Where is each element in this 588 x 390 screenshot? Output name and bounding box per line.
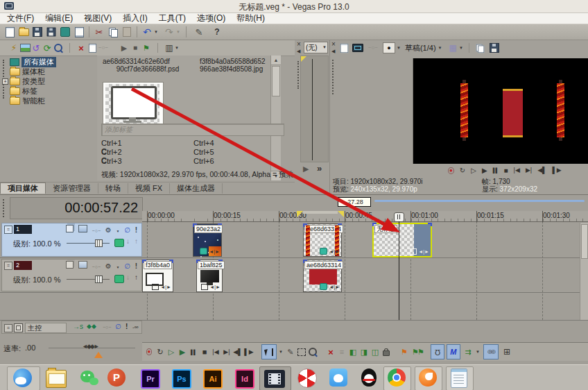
tree-item-tags[interactable]: 标签 [10, 87, 96, 96]
event-fx-icon[interactable]: ◄|► [329, 249, 340, 254]
netease-icon[interactable] [297, 368, 317, 388]
external-control-button[interactable]: ⊞ [501, 346, 512, 357]
flock-browser-icon[interactable] [419, 368, 437, 387]
wechat-icon[interactable] [80, 371, 94, 382]
timeline-ruler[interactable]: 00:00:00 00:00:15 00:00:30 00:00:45 00:0… [142, 211, 588, 222]
redo-dropdown[interactable]: ▼ [176, 30, 180, 34]
timecode-display[interactable]: 00:00:57.22 [10, 197, 143, 219]
track-fx-icon[interactable] [78, 261, 87, 269]
insert-region-button[interactable]: ⚑⚑ [410, 346, 425, 357]
overlay-dropdown[interactable]: ▼ [459, 46, 463, 50]
trimmer-close-icon[interactable]: × [297, 41, 301, 48]
generated-media-icon[interactable] [320, 248, 327, 255]
notepad-icon[interactable] [451, 368, 467, 388]
quality-label-dropdown[interactable]: ▼ [438, 46, 442, 50]
auto-ripple-button[interactable]: ⇉ [462, 346, 474, 357]
track-2-header[interactable]: = 2 −○− ⚙ ▼ ∅ ! 级别: 100.0 % ↓ ↑ [1, 259, 142, 291]
plug-icon[interactable]: −○− [92, 228, 101, 233]
inserts-icon[interactable]: ◆◆ [87, 323, 96, 330]
track-thumb[interactable]: 1 [14, 225, 32, 234]
prev-frame-button[interactable]: ◀▌ [537, 167, 546, 173]
tree-item-all-media[interactable]: 所有媒体 [10, 58, 96, 67]
event-fx-icon[interactable]: ◄|► [209, 249, 220, 254]
event-fx-icon[interactable]: ◄|► [418, 249, 429, 254]
make-parent-icon[interactable]: ↑ [135, 274, 138, 281]
generated-media-icon[interactable] [320, 283, 327, 290]
clip-f3f8b4a0[interactable]: f3f8b4a0 ◄|► [142, 260, 173, 292]
media-play-button[interactable]: ▶ [119, 42, 130, 53]
redo-button[interactable]: ↷ [162, 25, 176, 39]
tl-go-start-button[interactable]: |◀ [210, 346, 221, 357]
timeline-vscrollbar[interactable] [580, 223, 588, 320]
shortcut-row[interactable]: Ctrl+1Ctrl+4C [101, 139, 290, 148]
tl-pause-button[interactable]: ▌▌ [188, 346, 199, 357]
level-fader-handle[interactable] [95, 275, 103, 283]
menu-view[interactable]: 视图(V) [84, 14, 112, 22]
deinterlace-button[interactable]: −○− [368, 42, 379, 53]
compositing-mode-icon[interactable] [114, 239, 124, 247]
master-solo-icon[interactable]: ! [126, 323, 128, 330]
plug-icon[interactable]: −○− [103, 325, 111, 330]
track-fx-icon[interactable] [78, 225, 87, 232]
tree-expander[interactable]: + [2, 78, 8, 85]
master-mute-icon[interactable]: ∅ [115, 323, 121, 330]
copy-button[interactable] [106, 25, 120, 39]
save-button[interactable] [31, 25, 44, 39]
clip-ae68d63314-t2[interactable]: ae68d63314 ◄|► [303, 260, 342, 292]
chrome-icon[interactable] [388, 368, 406, 387]
auto-ripple-dropdown[interactable]: ▼ [476, 350, 480, 354]
pan-crop-icon[interactable] [152, 284, 159, 290]
remove-media-button[interactable]: × [76, 42, 87, 53]
copy-snapshot-button[interactable] [475, 42, 486, 53]
preview-quality-label[interactable]: 草稿(1/4) [405, 43, 436, 53]
trimmer-expand-button[interactable]: » [317, 164, 322, 173]
preview-quality-button[interactable]: ● [383, 42, 395, 53]
master-bus-field[interactable]: 主控 [25, 323, 67, 333]
make-child-icon[interactable]: ↓ [126, 274, 130, 281]
premiere-icon[interactable]: Pr [141, 369, 160, 389]
make-parent-icon[interactable]: ↑ [135, 238, 138, 245]
vscroll-thumb[interactable] [581, 224, 588, 259]
generated-media-icon[interactable] [200, 248, 207, 255]
go-to-start-button[interactable]: |◀ [514, 167, 520, 173]
tab-media-generators[interactable]: 媒体生成器 [170, 183, 223, 194]
menu-edit[interactable]: 编辑(E) [45, 14, 73, 22]
automation-gear-icon[interactable]: ⚙ [105, 227, 112, 234]
properties-button[interactable] [72, 25, 86, 39]
scroll-up-button[interactable]: ▲ [271, 56, 281, 65]
playhead-handle[interactable] [394, 212, 404, 222]
powerpoint-icon[interactable]: P [107, 368, 126, 387]
compositing-mode-icon[interactable] [114, 275, 124, 283]
menu-tools[interactable]: 工具(T) [159, 14, 186, 22]
menu-help[interactable]: 帮助(H) [236, 14, 265, 22]
event-fx-icon[interactable]: ◄|► [209, 285, 220, 289]
menu-file[interactable]: 文件(F) [7, 14, 34, 22]
tl-play-button[interactable]: ▶ [177, 346, 188, 357]
save-snapshot-button[interactable] [489, 42, 500, 53]
undo-dropdown[interactable]: ▼ [154, 30, 158, 34]
paste-button[interactable] [120, 25, 134, 39]
menu-options[interactable]: 选项(O) [197, 14, 225, 22]
envelope-tool-button[interactable]: ✎ [285, 346, 296, 357]
track-1-header[interactable]: = 1 −○− ⚙ ▼ ∅ ! 级别: 100.0 % ↓ ↑ [1, 223, 142, 257]
play-from-start-button[interactable]: ▷ [471, 167, 476, 174]
tl-stop-button[interactable]: ■ [199, 346, 210, 357]
recapture-button[interactable]: ↺ [31, 42, 42, 53]
video-display[interactable] [413, 58, 588, 164]
level-slider[interactable] [67, 279, 110, 280]
plug-icon[interactable]: −○− [92, 264, 101, 269]
rate-slider-handle[interactable]: ◄◆◆► [82, 344, 98, 350]
zoom-tool-button[interactable] [307, 346, 318, 357]
ripple-edit-button[interactable]: ≡ [336, 346, 347, 357]
automation-dropdown[interactable]: ▼ [116, 230, 120, 233]
bypass-motion-blur-icon[interactable] [66, 261, 74, 269]
edit-tool-dropdown[interactable]: ▼ [279, 350, 283, 354]
mute-icon[interactable]: ∅ [124, 227, 130, 234]
play-button[interactable]: ▶ [482, 167, 487, 174]
media-file-1-name[interactable]: ae68d63314c62e60df 90cf7de366688f.psd [103, 58, 193, 73]
event-fx-icon[interactable]: ◄|► [160, 285, 171, 289]
event-fx-icon[interactable]: ◄|► [329, 285, 340, 289]
mute-icon[interactable]: ∅ [124, 263, 130, 270]
tab-video-fx[interactable]: 视频 FX [128, 183, 170, 194]
media-autopreview-button[interactable]: ⚑ [141, 42, 152, 53]
